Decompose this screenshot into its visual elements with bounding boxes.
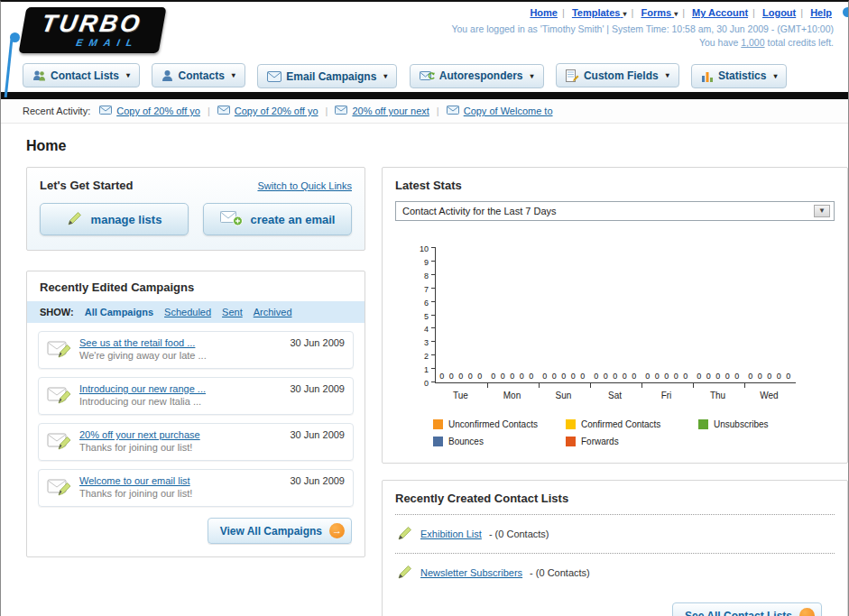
email-pencil-icon bbox=[47, 429, 72, 455]
stats-chart-x-axis: TueMonSunSatFriThuWed bbox=[435, 391, 796, 403]
chevron-down-icon: ▾ bbox=[674, 10, 678, 18]
pencil-icon bbox=[67, 210, 83, 229]
legend-label: Unsubscribes bbox=[714, 419, 769, 429]
manage-lists-button[interactable]: manage lists bbox=[40, 203, 189, 235]
contact-list-item[interactable]: Exhibition List - (0 Contacts) bbox=[395, 514, 835, 553]
top-link-help[interactable]: Help bbox=[810, 7, 832, 18]
stats-chart-plot: 0 0 0 0 00 0 0 0 00 0 0 0 00 0 0 0 00 0 … bbox=[435, 248, 796, 383]
divider: | bbox=[682, 7, 685, 18]
tab-contact-lists[interactable]: Contact Lists ▾ bbox=[23, 63, 140, 87]
campaign-item[interactable]: See us at the retail food ... We're givi… bbox=[38, 331, 354, 369]
top-link-logout[interactable]: Logout bbox=[762, 7, 796, 18]
campaign-item[interactable]: Introducing our new range ... Introducin… bbox=[38, 377, 354, 415]
recent-activity-item[interactable]: Copy of 20% off yo bbox=[99, 106, 200, 116]
recent-activity-link[interactable]: 20% off your next bbox=[352, 106, 429, 116]
email-icon bbox=[447, 106, 459, 116]
campaign-link[interactable]: See us at the retail food ... bbox=[79, 337, 282, 348]
stats-title: Latest Stats bbox=[395, 179, 835, 192]
switch-quick-links-link[interactable]: Switch to Quick Links bbox=[257, 180, 352, 191]
divider: | bbox=[437, 106, 439, 116]
campaign-filter-bar: SHOW: All Campaigns Scheduled Sent Archi… bbox=[27, 301, 365, 323]
campaign-date: 30 Jun 2009 bbox=[290, 383, 345, 394]
logo-subtitle: EMAIL bbox=[38, 38, 140, 48]
campaign-item[interactable]: 20% off your next purchase Thanks for jo… bbox=[38, 423, 354, 461]
campaign-date: 30 Jun 2009 bbox=[290, 429, 345, 440]
campaigns-title: Recently Edited Campaigns bbox=[27, 280, 365, 301]
filter-all-campaigns[interactable]: All Campaigns bbox=[85, 307, 153, 317]
pencil-icon bbox=[397, 525, 413, 543]
top-link-templates[interactable]: Templates ▾ bbox=[572, 7, 627, 18]
top-link-forms[interactable]: Forms ▾ bbox=[641, 7, 678, 18]
recent-activity-item[interactable]: Copy of 20% off yo bbox=[217, 106, 318, 116]
legend-label: Unconfirmed Contacts bbox=[448, 419, 538, 429]
tab-label: Autoresponders bbox=[439, 69, 523, 82]
campaign-link[interactable]: 20% off your next purchase bbox=[79, 429, 282, 440]
contact-list-link[interactable]: Newsletter Subscribers bbox=[420, 567, 522, 578]
contact-list-link[interactable]: Exhibition List bbox=[420, 529, 482, 539]
chevron-down-icon: ▾ bbox=[232, 71, 235, 79]
legend-swatch bbox=[698, 419, 708, 429]
filter-sent[interactable]: Sent bbox=[222, 307, 243, 317]
recent-activity-item[interactable]: Copy of Welcome to bbox=[447, 106, 553, 116]
view-all-campaigns-button[interactable]: View All Campaigns → bbox=[208, 518, 352, 544]
stats-activity-dropdown[interactable]: Contact Activity for the Last 7 Days ▼ bbox=[395, 201, 835, 221]
recent-activity-link[interactable]: Copy of 20% off yo bbox=[235, 106, 318, 116]
custom-fields-icon bbox=[566, 69, 579, 82]
legend-swatch bbox=[433, 437, 443, 446]
statistics-icon bbox=[701, 70, 714, 82]
email-pencil-icon bbox=[47, 337, 72, 363]
recent-activity-item[interactable]: 20% off your next bbox=[335, 106, 429, 116]
top-link-home[interactable]: Home bbox=[530, 7, 558, 18]
tab-email-campaigns[interactable]: Email Campaigns ▾ bbox=[257, 64, 397, 88]
legend-item: Unsubscribes bbox=[698, 419, 831, 429]
see-all-contact-lists-button[interactable]: See All Contact Lists → bbox=[672, 602, 822, 616]
divider: | bbox=[326, 106, 328, 116]
create-email-label: create an email bbox=[251, 213, 336, 226]
campaign-subtitle: Thanks for joining our list! bbox=[79, 488, 282, 499]
chevron-down-icon: ▼ bbox=[814, 205, 830, 217]
manage-lists-label: manage lists bbox=[91, 213, 162, 226]
tab-custom-fields[interactable]: Custom Fields ▾ bbox=[556, 63, 679, 87]
pencil-icon bbox=[397, 564, 413, 582]
chevron-down-icon: ▾ bbox=[623, 10, 627, 18]
legend-item: Confirmed Contacts bbox=[566, 419, 698, 429]
contacts-icon bbox=[161, 69, 173, 82]
legend-label: Confirmed Contacts bbox=[581, 419, 660, 429]
divider: | bbox=[208, 106, 210, 116]
chevron-down-icon: ▾ bbox=[666, 71, 669, 79]
stats-chart-y-axis: 012345678910 bbox=[395, 248, 435, 383]
filter-scheduled[interactable]: Scheduled bbox=[164, 307, 211, 317]
recent-activity-link[interactable]: Copy of Welcome to bbox=[464, 106, 553, 116]
tab-contacts[interactable]: Contacts ▾ bbox=[152, 63, 245, 87]
legend-item: Bounces bbox=[433, 437, 566, 446]
arrow-right-icon: → bbox=[799, 608, 815, 616]
page-title: Home bbox=[26, 138, 823, 154]
legend-label: Bounces bbox=[448, 437, 484, 446]
left-column: Let's Get Started Switch to Quick Links … bbox=[26, 167, 365, 557]
tab-statistics[interactable]: Statistics ▾ bbox=[691, 64, 787, 88]
campaign-link[interactable]: Welcome to our email list bbox=[79, 475, 282, 486]
chevron-down-icon: ▾ bbox=[383, 72, 387, 80]
recent-activity-link[interactable]: Copy of 20% off yo bbox=[116, 106, 200, 116]
legend-label: Forwards bbox=[581, 437, 619, 446]
main-content: Home Let's Get Started Switch to Quick L… bbox=[1, 124, 848, 616]
stats-legend: Unconfirmed ContactsConfirmed ContactsUn… bbox=[433, 419, 835, 454]
top-link-my-account[interactable]: My Account bbox=[692, 7, 748, 18]
legend-swatch bbox=[433, 419, 443, 429]
credits-link[interactable]: 1,000 bbox=[741, 37, 764, 48]
email-icon bbox=[99, 106, 112, 116]
login-info: You are logged in as 'Timothy Smith' | S… bbox=[451, 23, 834, 34]
top-link-forms-label: Forms bbox=[641, 7, 671, 18]
contact-list-item[interactable]: Newsletter Subscribers - (0 Contacts) bbox=[395, 553, 835, 592]
filter-archived[interactable]: Archived bbox=[254, 307, 292, 317]
tab-label: Custom Fields bbox=[584, 69, 659, 82]
create-email-button[interactable]: create an email bbox=[203, 203, 352, 235]
app-logo[interactable]: TURBO EMAIL bbox=[10, 5, 235, 54]
tab-label: Contact Lists bbox=[51, 69, 119, 82]
campaign-link[interactable]: Introducing our new range ... bbox=[79, 383, 282, 394]
tab-autoresponders[interactable]: Autoresponders ▾ bbox=[410, 64, 544, 88]
legend-swatch bbox=[566, 419, 576, 429]
get-started-panel: Let's Get Started Switch to Quick Links … bbox=[26, 167, 365, 251]
recent-campaigns-panel: Recently Edited Campaigns SHOW: All Camp… bbox=[26, 271, 365, 557]
campaign-item[interactable]: Welcome to our email list Thanks for joi… bbox=[38, 469, 354, 507]
